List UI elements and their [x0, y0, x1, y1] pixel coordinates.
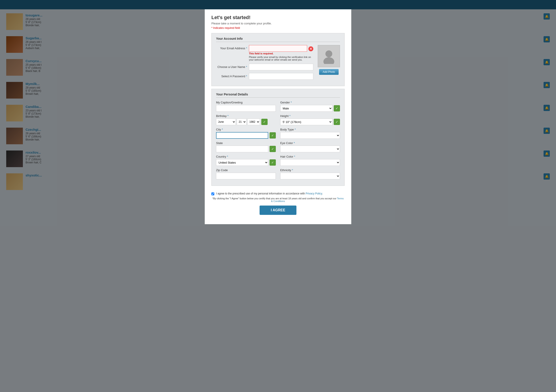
state-row: ✓ [216, 146, 276, 152]
hair-color-field: Hair Color * Blonde Brown Black Red [280, 155, 340, 166]
height-field: Height * 5' 10" (178cm) 5' 0" (152cm) 5'… [280, 114, 340, 125]
country-confirm-icon[interactable]: ✓ [270, 159, 276, 166]
zip-input[interactable] [216, 173, 276, 179]
birthday-row: JanuaryFebruaryMarch AprilMayJune JulyAu… [216, 119, 276, 125]
password-required: * [246, 75, 247, 78]
state-field: State ✓ [216, 141, 276, 152]
consent-checkbox-row: I agree to the prescribed use of my pers… [211, 192, 345, 195]
eye-color-select[interactable]: Blue Brown Green Hazel [280, 146, 340, 152]
account-fields: Your Email Address * ✕ This field is req… [216, 45, 313, 82]
ethnicity-select[interactable]: White / Caucasian Black / African Hispan… [280, 173, 340, 179]
gender-label: Gender * [280, 101, 340, 104]
gender-row: Male Female ✓ [280, 105, 340, 112]
caption-label: My Caption/Greeting [216, 101, 276, 104]
consent-area: I agree to the prescribed use of my pers… [211, 189, 345, 217]
modal-subtitle: Please take a moment to complete your pr… [211, 22, 345, 25]
hair-color-select[interactable]: Blonde Brown Black Red [280, 159, 340, 166]
required-asterisk: * [211, 26, 213, 30]
country-field: Country * United States Canada United Ki… [216, 155, 276, 166]
svg-point-0 [325, 50, 332, 57]
clear-email-icon[interactable]: ✕ [309, 46, 313, 51]
add-photo-button[interactable]: Add Photo [319, 69, 339, 75]
email-required: * [246, 47, 247, 50]
birthday-label: Birthday * [216, 114, 276, 118]
photo-area: Add Photo [318, 45, 340, 75]
country-row: United States Canada United Kingdom Aust… [216, 159, 276, 166]
personal-details-section: Your Personal Details My Caption/Greetin… [211, 89, 345, 186]
email-row: Your Email Address * ✕ This field is req… [216, 45, 313, 61]
svg-point-1 [324, 57, 334, 64]
birthday-day-select[interactable]: 1234 5678 9101112 13141516 17181920 2122… [237, 119, 247, 125]
personal-details-grid: My Caption/Greeting Gender * Male Female [216, 101, 340, 182]
gender-confirm-icon[interactable]: ✓ [334, 105, 340, 111]
email-input-wrap: ✕ This field is required. Please verify … [249, 45, 313, 61]
zip-field: Zip Code [216, 169, 276, 179]
birthday-field: Birthday * JanuaryFebruaryMarch AprilMay… [216, 114, 276, 125]
modal-overlay: Let's get started! Please take a moment … [0, 0, 556, 392]
city-row: ✓ [216, 132, 276, 139]
body-type-field: Body Type * Slim Average Athletic Curvy [280, 128, 340, 139]
registration-modal: Let's get started! Please take a moment … [205, 9, 351, 224]
username-required: * [246, 65, 247, 69]
account-info-title: Your Account Info [216, 37, 340, 42]
username-input[interactable] [249, 64, 313, 70]
state-input[interactable] [216, 146, 268, 152]
city-confirm-icon[interactable]: ✓ [270, 132, 276, 138]
caption-input[interactable] [216, 105, 276, 112]
password-input[interactable] [249, 73, 313, 80]
zip-label: Zip Code [216, 169, 276, 172]
email-label: Your Email Address * [216, 45, 247, 50]
agree-button[interactable]: I AGREE [260, 206, 296, 215]
country-select[interactable]: United States Canada United Kingdom Aust… [216, 159, 268, 166]
password-input-wrap [249, 73, 313, 80]
birthday-selects: JanuaryFebruaryMarch AprilMayJune JulyAu… [216, 119, 260, 125]
state-label: State [216, 141, 276, 145]
required-note: * Indicates required field [211, 26, 345, 30]
body-type-label: Body Type * [280, 128, 340, 131]
height-select[interactable]: 5' 10" (178cm) 5' 0" (152cm) 5' 5" (165c… [280, 119, 332, 125]
country-label: Country * [216, 155, 276, 158]
password-row: Select A Password * [216, 73, 313, 80]
hair-color-label: Hair Color * [280, 155, 340, 158]
height-confirm-icon[interactable]: ✓ [334, 119, 340, 125]
city-label: City * [216, 128, 276, 131]
gender-select[interactable]: Male Female [280, 105, 332, 112]
password-label: Select A Password * [216, 73, 247, 78]
birthday-confirm-icon[interactable]: ✓ [261, 119, 268, 125]
modal-title: Let's get started! [211, 15, 345, 20]
avatar-silhouette-icon [321, 48, 337, 64]
birthday-month-select[interactable]: JanuaryFebruaryMarch AprilMayJune JulyAu… [216, 119, 236, 125]
city-input[interactable] [216, 132, 268, 139]
caption-field: My Caption/Greeting [216, 101, 276, 112]
email-input[interactable] [249, 45, 307, 52]
consent-text: I agree to the prescribed use of my pers… [216, 192, 323, 195]
consent-checkbox[interactable] [211, 192, 214, 195]
personal-details-title: Your Personal Details [216, 92, 340, 98]
birthday-year-select[interactable]: 198019811982 198319841985 198619871988 1… [247, 119, 260, 125]
privacy-policy-link[interactable]: Privacy Policy [306, 192, 322, 195]
eye-color-field: Eye Color * Blue Brown Green Hazel [280, 141, 340, 152]
username-row: Choose a User Name * [216, 64, 313, 70]
account-info-section: Your Account Info Your Email Address * ✕ [211, 33, 345, 86]
profile-photo-placeholder [318, 45, 340, 67]
gender-field: Gender * Male Female ✓ [280, 101, 340, 112]
account-info-row: Your Email Address * ✕ This field is req… [216, 45, 340, 82]
height-row: 5' 10" (178cm) 5' 0" (152cm) 5' 5" (165c… [280, 119, 340, 125]
email-verify-text: Please verify your email by clicking the… [249, 56, 313, 61]
email-error-text: This field is required. [249, 52, 313, 55]
username-label: Choose a User Name * [216, 64, 247, 69]
body-type-select[interactable]: Slim Average Athletic Curvy [280, 132, 340, 139]
required-note-text: Indicates required field [213, 26, 240, 30]
city-field: City * ✓ [216, 128, 276, 139]
height-label: Height * [280, 114, 340, 118]
ethnicity-label: Ethnicity * [280, 169, 340, 172]
consent-disclaimer: *By clicking the "I Agree" button below … [211, 197, 345, 202]
state-confirm-icon[interactable]: ✓ [270, 146, 276, 152]
username-input-wrap [249, 64, 313, 70]
ethnicity-field: Ethnicity * White / Caucasian Black / Af… [280, 169, 340, 179]
eye-color-label: Eye Color * [280, 141, 340, 145]
